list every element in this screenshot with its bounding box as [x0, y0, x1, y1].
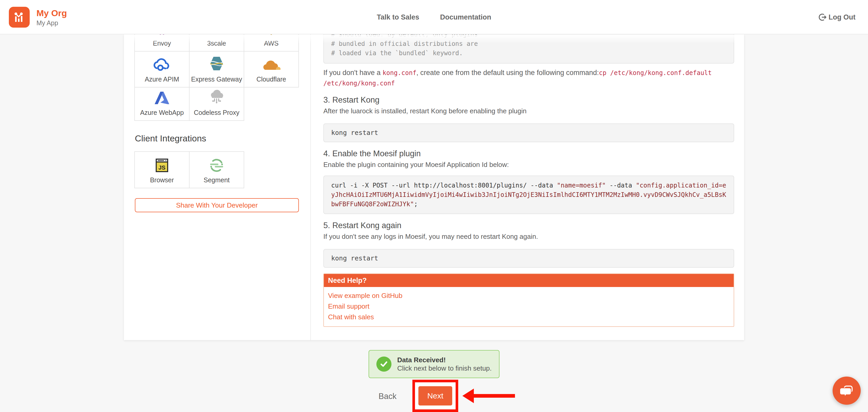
moesif-onboarding-page: My Org My App Talk to Sales Documentatio… — [0, 0, 868, 412]
tile-label: Segment — [204, 176, 229, 184]
3scale-icon — [209, 34, 224, 36]
envoy-icon — [154, 34, 170, 36]
next-button[interactable]: Next — [418, 386, 452, 406]
codeless-proxy-icon — [207, 89, 226, 106]
annotation-arrow — [462, 387, 516, 404]
curl-name-string: "name=moesif" — [557, 182, 606, 189]
tile-label: Browser — [150, 176, 174, 184]
log-out-button[interactable]: Log Out — [818, 0, 856, 34]
tile-label: Cloudflare — [256, 76, 286, 83]
tile-segment[interactable]: Segment — [189, 151, 244, 188]
tile-3scale[interactable]: 3scale — [189, 34, 244, 52]
paragraph-text: If you don't have a — [323, 69, 382, 77]
js-browser-icon: JS — [154, 157, 170, 173]
azure-webapp-icon — [153, 90, 171, 106]
kong-restart-again-code-block: kong restart — [323, 249, 734, 268]
curl-text: ; — [414, 201, 417, 208]
aws-icon — [264, 34, 279, 36]
setup-card: Envoy 3scale AWS — [124, 34, 744, 340]
tile-cloudflare[interactable]: Cloudflare — [244, 51, 299, 88]
moesif-logo-icon — [9, 7, 30, 28]
success-check-icon — [376, 356, 392, 372]
log-out-label: Log Out — [829, 13, 856, 21]
gateway-tiles-grid: Envoy 3scale AWS — [135, 34, 301, 121]
brand-text: My Org My App — [36, 8, 67, 27]
curl-text: --data — [606, 182, 636, 189]
brand[interactable]: My Org My App — [9, 7, 67, 28]
client-integrations-title: Client Integrations — [135, 133, 310, 144]
tile-label: Express Gateway — [191, 76, 242, 83]
share-with-developer-button[interactable]: Share With Your Developer — [135, 198, 299, 212]
data-received-banner: Data Received! Click next below to finis… — [369, 350, 500, 378]
tile-express-gateway[interactable]: Express Gateway — [189, 51, 244, 88]
chat-with-sales-link[interactable]: Chat with sales — [328, 313, 730, 321]
need-help-links: View example on GitHub Email support Cha… — [324, 287, 734, 326]
org-name: My Org — [36, 8, 67, 18]
curl-enable-plugin-code-block: curl -i -X POST --url http://localhost:8… — [323, 176, 734, 214]
express-gateway-icon — [208, 55, 225, 72]
setup-instructions: # should load. By default, only plugins … — [311, 34, 744, 340]
kong-conf-comment-block: # should load. By default, only plugins … — [323, 34, 734, 63]
arrow-bar — [473, 394, 515, 398]
step4-title: 4. Enable the Moesif plugin — [323, 148, 734, 159]
tile-label: Codeless Proxy — [194, 109, 239, 116]
tile-aws[interactable]: AWS — [244, 34, 299, 52]
client-tiles-grid: JS Browser — [135, 152, 245, 188]
kong-restart-code-block: kong restart — [323, 123, 734, 142]
tile-label: 3scale — [207, 39, 226, 47]
azure-apim-icon — [152, 57, 172, 72]
need-help-panel: Need Help? View example on GitHub Email … — [323, 273, 734, 327]
logout-icon — [818, 13, 827, 22]
data-received-text: Data Received! Click next below to finis… — [397, 356, 492, 373]
tile-label: Envoy — [153, 39, 171, 47]
chat-launcher-button[interactable] — [833, 377, 861, 405]
tile-label: Azure WebApp — [140, 109, 184, 116]
tile-codeless-proxy[interactable]: Codeless Proxy — [189, 87, 244, 121]
data-received-title: Data Received! — [397, 356, 492, 364]
integrations-sidebar: Envoy 3scale AWS — [124, 34, 311, 340]
app-name: My App — [36, 19, 67, 27]
tile-label: Azure APIM — [145, 76, 179, 83]
kong-conf-inline-code: kong.conf — [382, 69, 416, 77]
cloudflare-icon — [261, 59, 282, 72]
paragraph-text: , create one from the default using the … — [416, 69, 599, 77]
tile-envoy[interactable]: Envoy — [134, 34, 189, 52]
step4-description: Enable the plugin containing your Moesif… — [323, 160, 734, 169]
email-support-link[interactable]: Email support — [328, 302, 730, 311]
moesif-logo-glyph — [12, 10, 26, 24]
arrow-head-icon — [462, 388, 474, 403]
chat-icon — [839, 383, 854, 398]
back-button[interactable]: Back — [378, 392, 397, 401]
app-header: My Org My App Talk to Sales Documentatio… — [0, 0, 868, 34]
curl-text: curl -i -X POST --url http://localhost:8… — [331, 182, 557, 189]
need-help-title: Need Help? — [324, 274, 734, 287]
step3-title: 3. Restart Kong — [323, 95, 734, 105]
talk-to-sales-link[interactable]: Talk to Sales — [377, 13, 419, 21]
svg-text:JS: JS — [159, 164, 165, 171]
data-received-subtitle: Click next below to finish setup. — [397, 364, 492, 373]
kong-conf-paragraph: If you don't have a kong.conf, create on… — [323, 68, 734, 89]
documentation-link[interactable]: Documentation — [440, 13, 491, 21]
tile-label: AWS — [264, 39, 279, 47]
step5-title: 5. Restart Kong again — [323, 220, 734, 231]
annotation-highlight-box: Next — [412, 380, 458, 412]
tile-azure-apim[interactable]: Azure APIM — [134, 51, 189, 88]
segment-icon — [209, 157, 224, 173]
tile-browser[interactable]: JS Browser — [134, 151, 189, 188]
top-nav: Talk to Sales Documentation — [377, 0, 491, 34]
step3-description: After the luarock is installed, restart … — [323, 106, 734, 116]
step5-description: If you don't see any logs in Moesif, you… — [323, 232, 734, 241]
view-example-github-link[interactable]: View example on GitHub — [328, 292, 730, 300]
tile-azure-webapp[interactable]: Azure WebApp — [134, 87, 189, 121]
